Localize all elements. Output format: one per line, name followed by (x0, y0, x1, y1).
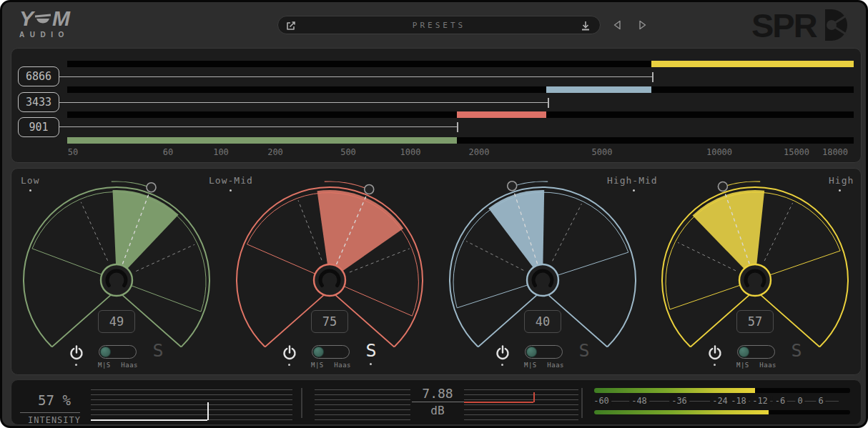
load-preset-icon[interactable] (580, 20, 591, 31)
gain-marker-handle[interactable] (533, 392, 535, 402)
crossover-handle-1[interactable] (548, 98, 549, 108)
solo-button-high-mid[interactable]: S (575, 340, 593, 361)
gain-slider-track[interactable] (464, 419, 578, 420)
rotation-handle[interactable] (508, 181, 517, 191)
rotation-handle[interactable] (718, 182, 727, 191)
rotation-arc (723, 181, 760, 186)
meter-scale-label: -12 (750, 396, 770, 406)
solo-button-low-mid[interactable]: S (362, 340, 380, 361)
spread-value-low-mid[interactable]: 75 (311, 310, 348, 333)
next-preset-button[interactable] (636, 19, 648, 31)
gain-slider-track[interactable] (315, 394, 410, 395)
spread-value-high[interactable]: 57 (736, 310, 774, 333)
gain-slider-track[interactable] (315, 399, 410, 400)
ms-haas-toggle[interactable] (525, 345, 563, 359)
footer-divider-1 (301, 388, 302, 418)
band-range-bar-high[interactable] (651, 61, 854, 67)
previous-preset-button[interactable] (611, 19, 624, 31)
ms-haas-toggle[interactable] (312, 345, 350, 359)
band-range-bar-low-mid[interactable] (457, 111, 546, 118)
gain-marker-line[interactable] (464, 402, 533, 403)
crossover-line-1[interactable] (59, 102, 548, 103)
power-button[interactable] (281, 344, 298, 361)
gain-slider-track[interactable] (464, 409, 578, 410)
solo-button-high[interactable]: S (787, 340, 806, 361)
toggle-knob[interactable] (313, 347, 324, 357)
power-button[interactable] (706, 344, 724, 361)
logo-audio-text: AUDIO (19, 31, 70, 39)
freq-axis-label: 50 (68, 147, 78, 157)
toggle-knob[interactable] (100, 347, 111, 357)
ms-label: M|S (311, 362, 324, 369)
yum-audio-logo: Y M AUDIO (19, 7, 70, 39)
rotation-handle[interactable] (147, 183, 156, 192)
freq-axis-label: 500 (340, 147, 356, 157)
crossover-freq-high[interactable]: 6866 (18, 66, 59, 86)
gain-slider-track[interactable] (315, 389, 410, 390)
band-indicator-dot (230, 189, 232, 191)
spread-value-low[interactable]: 49 (98, 310, 135, 333)
gain-slider-track[interactable] (464, 404, 578, 405)
intensity-marker-line[interactable] (91, 419, 207, 421)
toggle-knob[interactable] (526, 347, 537, 357)
intensity-slider-track[interactable] (91, 394, 292, 395)
band-range-bar-low[interactable] (67, 137, 457, 144)
crossover-handle-0[interactable] (652, 72, 654, 82)
toggle-knob[interactable] (739, 347, 749, 357)
band-label-low: Low (21, 175, 39, 186)
freq-axis-label: 100 (213, 147, 229, 157)
gain-slider-track[interactable] (315, 419, 410, 420)
gain-slider-track[interactable] (464, 399, 578, 400)
crossover-line-0[interactable] (59, 76, 652, 77)
band-dials[interactable] (11, 169, 862, 379)
gain-slider-track[interactable] (464, 389, 578, 390)
intensity-slider-track[interactable] (91, 404, 292, 405)
meter-scale-label: 6 (816, 396, 825, 406)
band-range-bar-high-mid[interactable] (546, 86, 651, 93)
intensity-slider-track[interactable] (91, 414, 292, 415)
crossover-line-2[interactable] (59, 126, 457, 127)
bands-panel: Low49 M|S Haas SLow-Mid75 M|S Haas SHigh… (11, 168, 862, 375)
power-button[interactable] (494, 344, 511, 361)
crossover-handle-2[interactable] (457, 122, 458, 132)
gain-slider-track[interactable] (464, 414, 578, 415)
rotation-handle[interactable] (365, 184, 374, 194)
gain-slider-track[interactable] (315, 409, 410, 410)
band-indicator-dot (839, 189, 841, 191)
lr-axis-guide (466, 242, 523, 271)
freq-axis-label: 1000 (400, 147, 421, 157)
meter-scale-label: -6 (773, 396, 787, 406)
crossover-freq-mid[interactable]: 3433 (18, 92, 59, 112)
sprd-logo-d (825, 9, 847, 41)
ms-haas-toggle[interactable] (737, 345, 775, 359)
intensity-marker-handle[interactable] (207, 402, 209, 420)
intensity-slider-track[interactable] (91, 409, 292, 410)
preset-bar[interactable]: PRESETS (277, 16, 601, 34)
haas-label: Haas (334, 362, 351, 369)
spread-value-high-mid[interactable]: 40 (524, 310, 561, 333)
rotation-arc (512, 181, 548, 186)
intensity-label: INTENSITY (24, 415, 84, 425)
solo-indicator-dot (370, 363, 372, 365)
gain-slider-track[interactable] (315, 414, 410, 415)
intensity-value: 57 % (24, 392, 84, 408)
freq-axis-label: 200 (267, 147, 283, 157)
gain-slider-track[interactable] (315, 404, 410, 405)
freq-axis-label: 2000 (469, 147, 490, 157)
crossover-freq-low[interactable]: 901 (18, 117, 59, 137)
gain-slider-track[interactable] (464, 394, 578, 395)
frequency-track-0 (67, 61, 854, 67)
meter-scale-label: -24 (710, 396, 730, 406)
header: Y M AUDIO PRESETS (2, 2, 866, 46)
bowl-icon (34, 11, 52, 29)
power-button[interactable] (68, 344, 85, 361)
intensity-slider-track[interactable] (91, 399, 292, 400)
power-indicator-dot (288, 364, 290, 366)
ms-haas-toggle[interactable] (99, 345, 137, 359)
solo-button-low[interactable]: S (149, 340, 167, 361)
intensity-slider-track[interactable] (91, 389, 292, 390)
band-label-high-mid: High-Mid (607, 175, 658, 186)
meter-scale-label: -18 (729, 396, 749, 406)
haas-label: Haas (759, 362, 776, 369)
presets-label[interactable]: PRESETS (278, 21, 600, 30)
